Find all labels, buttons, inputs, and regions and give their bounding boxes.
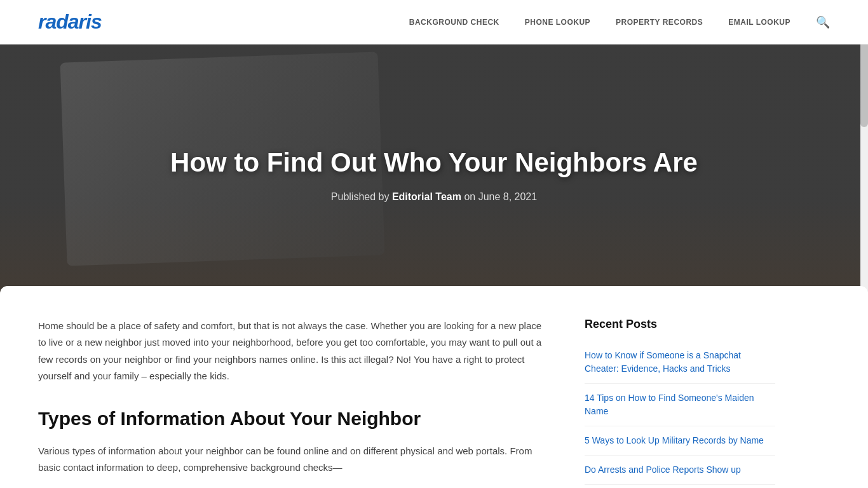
sidebar-post-maiden-name[interactable]: 14 Tips on How to Find Someone's Maiden …: [585, 393, 754, 416]
hero-content: How to Find Out Who Your Neighbors Are P…: [145, 147, 723, 203]
article-intro: Home should be a place of safety and com…: [38, 318, 546, 384]
nav-property-records[interactable]: PROPERTY RECORDS: [616, 18, 703, 27]
hero-title: How to Find Out Who Your Neighbors Are: [170, 147, 698, 179]
nav-background-check[interactable]: BACKGROUND CHECK: [409, 18, 499, 27]
meta-date: June 8, 2021: [478, 191, 538, 202]
meta-prefix: Published by: [331, 191, 392, 202]
sidebar-section-title: Recent Posts: [585, 318, 775, 331]
sidebar-posts-list: How to Know if Someone is a Snapchat Che…: [585, 341, 775, 485]
site-header: radaris BACKGROUND CHECK PHONE LOOKUP PR…: [0, 0, 868, 44]
list-item: How to Know if Someone is a Snapchat Che…: [585, 341, 775, 384]
article-body: Various types of information about your …: [38, 443, 546, 477]
search-icon[interactable]: 🔍: [816, 15, 830, 29]
list-item: 14 Tips on How to Find Someone's Maiden …: [585, 384, 775, 426]
sidebar-post-snapchat[interactable]: How to Know if Someone is a Snapchat Che…: [585, 350, 741, 374]
nav-email-lookup[interactable]: EMAIL LOOKUP: [728, 18, 790, 27]
meta-date-prefix: on: [461, 191, 478, 202]
sidebar-post-arrests[interactable]: Do Arrests and Police Reports Show up: [585, 464, 741, 475]
article-section-title: Types of Information About Your Neighbor: [38, 407, 546, 430]
sidebar-post-military[interactable]: 5 Ways to Look Up Military Records by Na…: [585, 435, 764, 445]
hero-section: How to Find Out Who Your Neighbors Are P…: [0, 44, 868, 305]
site-logo[interactable]: radaris: [38, 10, 102, 34]
list-item: Do Arrests and Police Reports Show up: [585, 456, 775, 485]
hero-meta: Published by Editorial Team on June 8, 2…: [170, 191, 698, 203]
main-nav: BACKGROUND CHECK PHONE LOOKUP PROPERTY R…: [409, 15, 830, 29]
main-wrapper: Home should be a place of safety and com…: [0, 286, 868, 488]
article: Home should be a place of safety and com…: [38, 318, 585, 485]
nav-phone-lookup[interactable]: PHONE LOOKUP: [525, 18, 590, 27]
meta-author: Editorial Team: [392, 191, 461, 202]
list-item: 5 Ways to Look Up Military Records by Na…: [585, 426, 775, 456]
sidebar: Recent Posts How to Know if Someone is a…: [585, 318, 775, 485]
